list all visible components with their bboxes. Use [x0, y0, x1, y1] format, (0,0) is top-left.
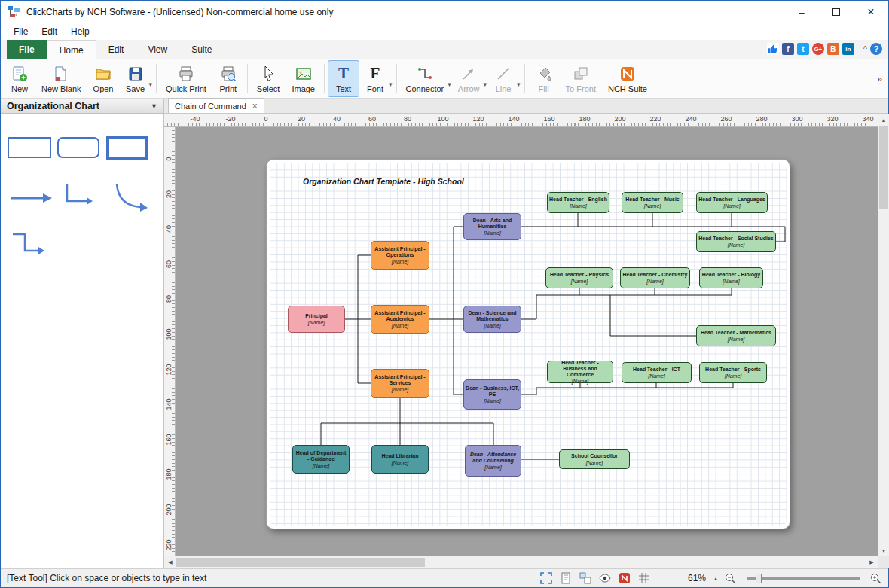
nch-suite-button[interactable]: NCH Suite [602, 60, 653, 97]
shape-arrow[interactable] [11, 193, 52, 203]
chart-node-dean-science[interactable]: Dean - Science and Mathematics[Name] [463, 306, 521, 333]
scroll-up-icon[interactable]: ▲ [878, 114, 889, 126]
chart-node-ht-music[interactable]: Head Teacher - Music[Name] [622, 192, 683, 213]
shape-emphasized-rectangle[interactable] [108, 137, 147, 158]
scroll-right-icon[interactable]: ▶ [866, 556, 878, 568]
vertical-scrollbar[interactable]: ▲ ▼ [878, 114, 889, 556]
scroll-down-icon[interactable]: ▼ [878, 544, 889, 556]
chevron-down-icon[interactable]: ▾ [517, 81, 521, 88]
open-button[interactable]: Open [87, 60, 120, 97]
chart-node-ht-ict[interactable]: Head Teacher - ICT[Name] [622, 362, 692, 383]
linkedin-icon[interactable]: in [842, 43, 854, 55]
zoom-spinner-icon[interactable]: ▴ [714, 575, 717, 582]
chart-title[interactable]: Organization Chart Template - High Schoo… [303, 177, 464, 186]
facebook-icon[interactable]: f [782, 43, 794, 55]
font-button[interactable]: F Font [359, 62, 391, 96]
google-plus-icon[interactable]: G+ [812, 43, 824, 55]
quick-print-button[interactable]: Quick Print [160, 60, 212, 97]
grid-toggle-icon[interactable] [638, 572, 651, 585]
connector-line[interactable] [610, 295, 696, 336]
chart-node-ap-operations[interactable]: Assistant Principal - Operations[Name] [371, 241, 429, 270]
zoom-in-icon[interactable] [869, 572, 882, 585]
shape-curved-connector[interactable] [117, 184, 148, 212]
save-button[interactable]: Save [120, 62, 151, 96]
scroll-left-icon[interactable]: ◀ [164, 556, 176, 568]
shape-elbow-arrow[interactable] [13, 234, 44, 254]
chart-node-hod-guidance[interactable]: Head of Department - Guidance[Name] [292, 445, 350, 474]
chart-node-ht-physics[interactable]: Head Teacher - Physics[Name] [545, 267, 613, 288]
chart-node-ap-services[interactable]: Assistant Principal - Services[Name] [371, 369, 429, 398]
menu-file[interactable]: File [7, 25, 35, 38]
tab-view[interactable]: View [136, 40, 179, 59]
select-region-icon[interactable] [540, 572, 553, 585]
chevron-down-icon[interactable]: ▾ [149, 81, 153, 88]
help-icon[interactable]: ? [870, 43, 882, 55]
vertical-scroll-thumb[interactable] [879, 126, 888, 209]
toolbar-overflow-button[interactable]: » [874, 70, 885, 87]
tab-edit[interactable]: Edit [96, 40, 136, 59]
chart-node-ht-english[interactable]: Head Teacher - English[Name] [547, 192, 609, 213]
shape-rectangle[interactable] [8, 138, 50, 157]
chart-node-ht-chemistry[interactable]: Head Teacher - Chemistry[Name] [620, 267, 690, 288]
chart-node-school-counsellor[interactable]: School Counsellor[Name] [559, 449, 630, 469]
tab-close-icon[interactable]: × [252, 101, 258, 111]
fill-button[interactable]: Fill [528, 60, 560, 97]
chart-node-ht-sports[interactable]: Head Teacher - Sports[Name] [699, 362, 767, 383]
chart-node-dean-arts[interactable]: Dean - Arts and Humanities[Name] [463, 213, 521, 240]
visibility-icon[interactable] [599, 572, 612, 585]
text-tool-button[interactable]: T Text [328, 60, 359, 97]
maximize-button[interactable] [819, 1, 854, 23]
chart-node-ht-biology[interactable]: Head Teacher - Biology[Name] [699, 267, 763, 288]
menu-edit[interactable]: Edit [35, 25, 64, 38]
chevron-down-icon[interactable]: ▾ [448, 81, 451, 88]
zoom-level[interactable]: 61% [688, 573, 706, 583]
connector-line[interactable] [521, 295, 732, 319]
chevron-down-icon[interactable]: ▾ [484, 81, 487, 88]
chart-page[interactable]: Organization Chart Template - High Schoo… [266, 159, 790, 529]
zoom-out-icon[interactable] [724, 572, 737, 585]
snap-objects-icon[interactable] [579, 572, 592, 585]
arrow-button[interactable]: Arrow [452, 62, 486, 96]
chart-node-principal[interactable]: Principal[Name] [288, 306, 345, 333]
connector-line[interactable] [521, 388, 733, 395]
horizontal-scrollbar[interactable]: ◀ ▶ [164, 556, 878, 568]
drawing-canvas[interactable]: Organization Chart Template - High Schoo… [176, 127, 878, 556]
zoom-slider[interactable] [747, 577, 860, 580]
tab-home[interactable]: Home [47, 40, 96, 59]
line-button[interactable]: Line [487, 62, 519, 96]
chart-node-dean-business[interactable]: Dean - Business, ICT, PE[Name] [463, 379, 521, 410]
chart-node-ht-mathematics[interactable]: Head Teacher - Mathematics[Name] [696, 325, 776, 346]
horizontal-scroll-thumb[interactable] [176, 558, 425, 567]
shape-rounded-rectangle[interactable] [58, 138, 99, 157]
chart-node-ht-languages[interactable]: Head Teacher - Languages[Name] [696, 192, 768, 213]
shapes-panel-header[interactable]: Organizational Chart ▼ [1, 99, 163, 114]
panel-caret-icon[interactable]: ▼ [151, 102, 157, 110]
tab-suite[interactable]: Suite [179, 40, 224, 59]
select-button[interactable]: Select [251, 60, 286, 97]
thumbs-up-icon[interactable] [767, 43, 779, 55]
zoom-slider-thumb[interactable] [756, 574, 762, 583]
close-button[interactable]: × [854, 1, 888, 23]
connector-line[interactable] [776, 227, 785, 242]
new-button[interactable]: New [4, 60, 35, 97]
tab-file[interactable]: File [7, 40, 47, 59]
connector-button[interactable]: Connector [400, 62, 451, 96]
document-tab[interactable]: Chain of Command × [168, 98, 264, 113]
image-button[interactable]: Image [286, 60, 321, 97]
collapse-ribbon-icon[interactable]: ^ [863, 44, 867, 53]
to-front-button[interactable]: To Front [560, 60, 602, 97]
chart-node-ap-academics[interactable]: Assistant Principal - Academics[Name] [371, 305, 429, 334]
chart-node-ht-business-commerce[interactable]: Head Teacher - Business and Commerce[Nam… [547, 361, 613, 383]
shape-elbow-connector[interactable] [67, 184, 93, 205]
chart-node-ht-social-studies[interactable]: Head Teacher - Social Studies[Name] [696, 231, 776, 252]
print-page-icon[interactable] [560, 572, 573, 585]
nch-alert-icon[interactable] [619, 572, 631, 585]
blog-icon[interactable]: B [827, 43, 839, 55]
print-button[interactable]: Print [212, 60, 244, 97]
chevron-down-icon[interactable]: ▾ [389, 81, 393, 88]
twitter-icon[interactable]: t [797, 43, 809, 55]
new-blank-button[interactable]: New Blank [35, 60, 87, 97]
menu-help[interactable]: Help [64, 25, 96, 38]
minimize-button[interactable]: – [784, 1, 819, 23]
chart-node-dean-attendance[interactable]: Dean - Attendance and Counselling[Name] [465, 445, 521, 477]
